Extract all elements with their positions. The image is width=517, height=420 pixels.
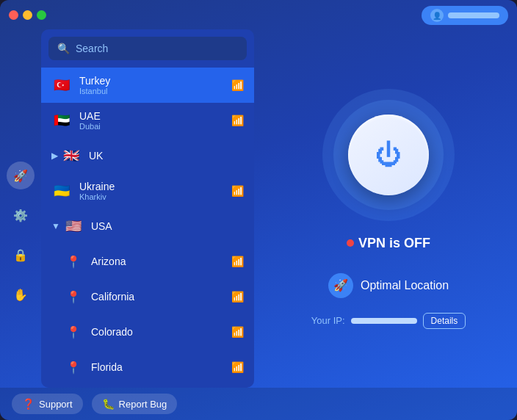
power-symbol-icon: ⏻ <box>375 142 402 168</box>
server-city-uae: Dubai <box>79 122 231 131</box>
server-name-usa: USA <box>91 220 244 232</box>
server-item-georgia[interactable]: 📍 Georgia 📶 <box>41 385 254 388</box>
traffic-lights <box>9 10 46 20</box>
right-panel: ⏻ VPN is OFF 🚀 Optimal Location Your IP:… <box>260 29 517 388</box>
status-dot <box>347 239 354 247</box>
expand-arrow-usa: ▼ <box>51 221 60 231</box>
signal-ukraine: 📶 <box>231 185 244 197</box>
flag-usa: 🇺🇸 <box>63 216 84 236</box>
support-icon: ❓ <box>22 398 35 410</box>
server-item-arizona[interactable]: 📍 Arizona 📶 <box>41 244 254 279</box>
server-name-uae: UAE <box>79 110 231 122</box>
signal-colorado: 📶 <box>231 326 244 338</box>
maximize-button[interactable] <box>37 10 46 20</box>
server-item-colorado[interactable]: 📍 Colorado 📶 <box>41 314 254 350</box>
title-bar: 👤 <box>0 0 517 29</box>
search-bar[interactable]: 🔍 <box>48 37 247 60</box>
flag-uk: 🇬🇧 <box>61 145 82 166</box>
server-name-ukraine: Ukraine <box>79 181 231 192</box>
optimal-location-label: Optimal Location <box>361 279 449 292</box>
server-item-turkey[interactable]: 🇹🇷 Turkey Istanbul 📶 <box>41 68 254 103</box>
server-info-florida: Florida <box>91 361 231 373</box>
signal-california: 📶 <box>231 291 244 303</box>
server-item-uk[interactable]: ▶ 🇬🇧 UK <box>41 138 254 173</box>
server-item-usa[interactable]: ▼ 🇺🇸 USA <box>41 209 254 244</box>
ip-row: Your IP: Details <box>311 313 466 329</box>
server-name-california: California <box>91 291 231 303</box>
support-button[interactable]: ❓ Support <box>12 394 83 414</box>
server-item-california[interactable]: 📍 California 📶 <box>41 279 254 314</box>
details-button[interactable]: Details <box>423 313 466 329</box>
server-name-colorado: Colorado <box>91 326 231 338</box>
server-name-arizona: Arizona <box>91 256 231 267</box>
pin-california: 📍 <box>63 286 84 307</box>
sidebar-icon-rocket[interactable]: 🚀 <box>7 162 35 189</box>
search-input[interactable] <box>76 43 238 54</box>
pin-colorado: 📍 <box>63 322 84 342</box>
signal-arizona: 📶 <box>231 256 244 267</box>
server-info-colorado: Colorado <box>91 326 231 338</box>
sidebar-icon-hand[interactable]: ✋ <box>7 280 35 308</box>
server-name-uk: UK <box>89 150 244 162</box>
sidebar-icon-lock[interactable]: 🔒 <box>7 241 35 269</box>
app-window: 👤 🚀 ⚙️ 🔒 ✋ 🔍 🇹🇷 <box>0 0 517 420</box>
server-city-ukraine: Kharkiv <box>79 192 231 201</box>
bottom-bar: ❓ Support 🐛 Report Bug <box>0 388 517 420</box>
vpn-status: VPN is OFF <box>347 236 430 251</box>
server-list: 🇹🇷 Turkey Istanbul 📶 🇦🇪 UAE Dubai 📶 <box>41 68 254 388</box>
server-info-arizona: Arizona <box>91 256 231 267</box>
expand-arrow-uk: ▶ <box>51 151 58 161</box>
optimal-location[interactable]: 🚀 Optimal Location <box>328 273 449 298</box>
user-badge[interactable]: 👤 <box>422 6 508 25</box>
bug-icon: 🐛 <box>102 398 115 410</box>
server-name-turkey: Turkey <box>79 75 231 87</box>
main-content: 🚀 ⚙️ 🔒 ✋ 🔍 🇹🇷 Turkey Istanbul <box>0 29 517 388</box>
server-info-turkey: Turkey Istanbul <box>79 75 231 95</box>
server-item-ukraine[interactable]: 🇺🇦 Ukraine Kharkiv 📶 <box>41 173 254 209</box>
close-button[interactable] <box>9 10 18 20</box>
report-bug-button[interactable]: 🐛 Report Bug <box>92 394 178 414</box>
server-name-florida: Florida <box>91 361 231 373</box>
user-icon: 👤 <box>430 9 444 22</box>
flag-turkey: 🇹🇷 <box>51 75 72 95</box>
pin-arizona: 📍 <box>63 251 84 272</box>
search-icon: 🔍 <box>57 43 70 54</box>
support-label: Support <box>39 399 73 410</box>
server-city-turkey: Istanbul <box>79 87 231 95</box>
signal-turkey: 📶 <box>231 79 244 91</box>
optimal-icon: 🚀 <box>328 273 353 298</box>
signal-florida: 📶 <box>231 361 244 373</box>
server-item-florida[interactable]: 📍 Florida 📶 <box>41 350 254 385</box>
server-info-uae: UAE Dubai <box>79 110 231 131</box>
vpn-status-label: VPN is OFF <box>358 236 430 251</box>
minimize-button[interactable] <box>23 10 32 20</box>
sidebar-icon-settings[interactable]: ⚙️ <box>7 201 35 229</box>
power-button-container: ⏻ <box>322 89 455 221</box>
server-info-california: California <box>91 291 231 303</box>
flag-ukraine: 🇺🇦 <box>51 181 72 201</box>
ip-value-blurred <box>351 318 417 324</box>
signal-uae: 📶 <box>231 115 244 126</box>
server-info-uk: UK <box>89 150 244 162</box>
pin-florida: 📍 <box>63 357 84 377</box>
server-panel: 🔍 🇹🇷 Turkey Istanbul 📶 🇦🇪 <box>41 29 254 388</box>
ip-label: Your IP: <box>311 315 345 326</box>
sidebar-icons: 🚀 ⚙️ 🔒 ✋ <box>0 29 41 388</box>
report-bug-label: Report Bug <box>119 399 167 410</box>
user-name-blurred <box>448 12 499 18</box>
server-info-ukraine: Ukraine Kharkiv <box>79 181 231 201</box>
server-item-uae[interactable]: 🇦🇪 UAE Dubai 📶 <box>41 103 254 138</box>
power-button[interactable]: ⏻ <box>348 115 429 195</box>
flag-uae: 🇦🇪 <box>51 110 72 131</box>
server-info-usa: USA <box>91 220 244 232</box>
